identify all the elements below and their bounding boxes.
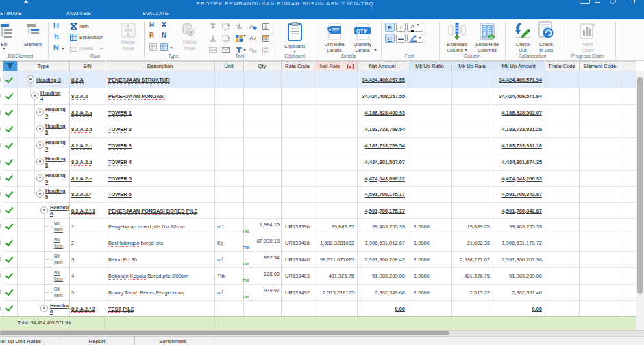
- svg-text:A: A: [249, 35, 253, 42]
- svg-text:A: A: [249, 23, 253, 30]
- svg-text:QTY: QTY: [356, 28, 367, 34]
- svg-text:00: 00: [252, 49, 257, 53]
- svg-text:ab: ab: [489, 36, 493, 40]
